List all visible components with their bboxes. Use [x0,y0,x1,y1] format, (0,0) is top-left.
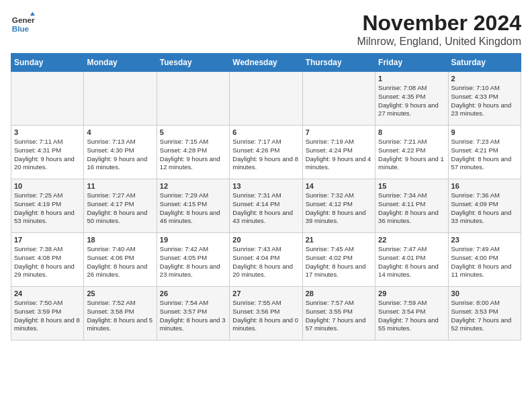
calendar-cell: 19Sunrise: 7:42 AM Sunset: 4:05 PM Dayli… [157,233,229,287]
calendar-cell: 7Sunrise: 7:19 AM Sunset: 4:24 PM Daylig… [302,126,375,179]
page-subtitle: Milnrow, England, United Kingdom [357,36,521,48]
calendar-cell: 2Sunrise: 7:10 AM Sunset: 4:33 PM Daylig… [448,72,521,126]
day-number: 23 [451,236,518,244]
column-header-tuesday: Tuesday [157,54,229,72]
day-info: Sunrise: 7:57 AM Sunset: 3:55 PM Dayligh… [306,299,372,333]
day-number: 1 [378,75,445,83]
day-info: Sunrise: 7:19 AM Sunset: 4:24 PM Dayligh… [306,138,372,172]
calendar-cell: 5Sunrise: 7:15 AM Sunset: 4:28 PM Daylig… [157,126,229,179]
day-number: 26 [160,289,226,298]
day-info: Sunrise: 7:10 AM Sunset: 4:33 PM Dayligh… [451,84,518,118]
calendar-cell [84,72,157,126]
calendar-cell: 28Sunrise: 7:57 AM Sunset: 3:55 PM Dayli… [302,287,375,340]
day-info: Sunrise: 7:17 AM Sunset: 4:26 PM Dayligh… [232,138,299,172]
day-info: Sunrise: 7:29 AM Sunset: 4:15 PM Dayligh… [160,191,226,226]
day-info: Sunrise: 8:00 AM Sunset: 3:53 PM Dayligh… [451,299,518,333]
day-info: Sunrise: 7:45 AM Sunset: 4:02 PM Dayligh… [306,245,372,279]
day-number: 10 [14,182,81,190]
calendar-cell [11,72,84,126]
day-number: 7 [306,128,372,136]
calendar-cell: 21Sunrise: 7:45 AM Sunset: 4:02 PM Dayli… [302,233,375,287]
calendar-cell: 16Sunrise: 7:36 AM Sunset: 4:09 PM Dayli… [448,179,521,233]
calendar-cell: 9Sunrise: 7:23 AM Sunset: 4:21 PM Daylig… [448,126,521,179]
day-info: Sunrise: 7:25 AM Sunset: 4:19 PM Dayligh… [14,191,81,226]
calendar-cell: 10Sunrise: 7:25 AM Sunset: 4:19 PM Dayli… [11,179,84,233]
day-number: 28 [306,289,372,298]
day-info: Sunrise: 7:55 AM Sunset: 3:56 PM Dayligh… [232,299,299,333]
day-info: Sunrise: 7:27 AM Sunset: 4:17 PM Dayligh… [87,191,153,226]
calendar-cell: 14Sunrise: 7:32 AM Sunset: 4:12 PM Dayli… [302,179,375,233]
day-info: Sunrise: 7:38 AM Sunset: 4:08 PM Dayligh… [14,245,81,279]
day-number: 21 [306,236,372,244]
calendar-table: SundayMondayTuesdayWednesdayThursdayFrid… [11,53,521,340]
svg-marker-2 [30,12,35,15]
column-header-thursday: Thursday [302,54,375,72]
day-number: 16 [451,182,518,190]
day-number: 24 [14,289,81,298]
calendar-cell: 3Sunrise: 7:11 AM Sunset: 4:31 PM Daylig… [11,126,84,179]
day-number: 12 [160,182,226,190]
calendar-week-row: 24Sunrise: 7:50 AM Sunset: 3:59 PM Dayli… [11,287,521,340]
calendar-cell: 22Sunrise: 7:47 AM Sunset: 4:01 PM Dayli… [375,233,448,287]
day-number: 15 [378,182,445,190]
day-info: Sunrise: 7:40 AM Sunset: 4:06 PM Dayligh… [87,245,153,279]
day-number: 2 [451,75,518,83]
calendar-cell [230,72,302,126]
calendar-cell: 12Sunrise: 7:29 AM Sunset: 4:15 PM Dayli… [157,179,229,233]
day-info: Sunrise: 7:52 AM Sunset: 3:58 PM Dayligh… [87,299,153,333]
calendar-week-row: 17Sunrise: 7:38 AM Sunset: 4:08 PM Dayli… [11,233,521,287]
day-info: Sunrise: 7:47 AM Sunset: 4:01 PM Dayligh… [378,245,445,279]
title-area: November 2024 Milnrow, England, United K… [357,11,521,48]
column-header-monday: Monday [84,54,157,72]
calendar-cell: 23Sunrise: 7:49 AM Sunset: 4:00 PM Dayli… [448,233,521,287]
svg-text:General: General [12,15,35,24]
day-info: Sunrise: 7:49 AM Sunset: 4:00 PM Dayligh… [451,245,518,279]
day-info: Sunrise: 7:23 AM Sunset: 4:21 PM Dayligh… [451,138,518,172]
calendar-cell: 30Sunrise: 8:00 AM Sunset: 3:53 PM Dayli… [448,287,521,340]
day-number: 29 [378,289,445,298]
calendar-cell: 25Sunrise: 7:52 AM Sunset: 3:58 PM Dayli… [84,287,157,340]
day-number: 4 [87,128,153,136]
day-number: 5 [160,128,226,136]
day-number: 14 [306,182,372,190]
day-info: Sunrise: 7:32 AM Sunset: 4:12 PM Dayligh… [306,191,372,226]
day-number: 20 [232,236,299,244]
day-number: 30 [451,289,518,298]
day-info: Sunrise: 7:36 AM Sunset: 4:09 PM Dayligh… [451,191,518,226]
column-header-friday: Friday [375,54,448,72]
calendar-cell: 1Sunrise: 7:08 AM Sunset: 4:35 PM Daylig… [375,72,448,126]
day-number: 11 [87,182,153,190]
calendar-cell: 11Sunrise: 7:27 AM Sunset: 4:17 PM Dayli… [84,179,157,233]
column-header-wednesday: Wednesday [230,54,302,72]
calendar-cell: 17Sunrise: 7:38 AM Sunset: 4:08 PM Dayli… [11,233,84,287]
calendar-cell: 26Sunrise: 7:54 AM Sunset: 3:57 PM Dayli… [157,287,229,340]
calendar-cell: 13Sunrise: 7:31 AM Sunset: 4:14 PM Dayli… [230,179,302,233]
day-number: 18 [87,236,153,244]
calendar-header-row: SundayMondayTuesdayWednesdayThursdayFrid… [11,54,521,72]
calendar-cell: 15Sunrise: 7:34 AM Sunset: 4:11 PM Dayli… [375,179,448,233]
calendar-cell: 8Sunrise: 7:21 AM Sunset: 4:22 PM Daylig… [375,126,448,179]
calendar-week-row: 3Sunrise: 7:11 AM Sunset: 4:31 PM Daylig… [11,126,521,179]
calendar-cell: 27Sunrise: 7:55 AM Sunset: 3:56 PM Dayli… [230,287,302,340]
page-header: General Blue November 2024 Milnrow, Engl… [11,11,521,48]
day-number: 27 [232,289,299,298]
day-number: 13 [232,182,299,190]
calendar-week-row: 10Sunrise: 7:25 AM Sunset: 4:19 PM Dayli… [11,179,521,233]
calendar-week-row: 1Sunrise: 7:08 AM Sunset: 4:35 PM Daylig… [11,72,521,126]
calendar-cell: 20Sunrise: 7:43 AM Sunset: 4:04 PM Dayli… [230,233,302,287]
day-number: 8 [378,128,445,136]
day-info: Sunrise: 7:31 AM Sunset: 4:14 PM Dayligh… [232,191,299,226]
svg-text:Blue: Blue [12,24,30,33]
day-info: Sunrise: 7:21 AM Sunset: 4:22 PM Dayligh… [378,138,445,172]
day-number: 9 [451,128,518,136]
day-number: 19 [160,236,226,244]
day-info: Sunrise: 7:59 AM Sunset: 3:54 PM Dayligh… [378,299,445,333]
day-info: Sunrise: 7:50 AM Sunset: 3:59 PM Dayligh… [14,299,81,333]
day-info: Sunrise: 7:08 AM Sunset: 4:35 PM Dayligh… [378,84,445,118]
column-header-saturday: Saturday [448,54,521,72]
day-number: 25 [87,289,153,298]
day-info: Sunrise: 7:34 AM Sunset: 4:11 PM Dayligh… [378,191,445,226]
calendar-cell: 4Sunrise: 7:13 AM Sunset: 4:30 PM Daylig… [84,126,157,179]
calendar-cell: 18Sunrise: 7:40 AM Sunset: 4:06 PM Dayli… [84,233,157,287]
day-info: Sunrise: 7:15 AM Sunset: 4:28 PM Dayligh… [160,138,226,172]
